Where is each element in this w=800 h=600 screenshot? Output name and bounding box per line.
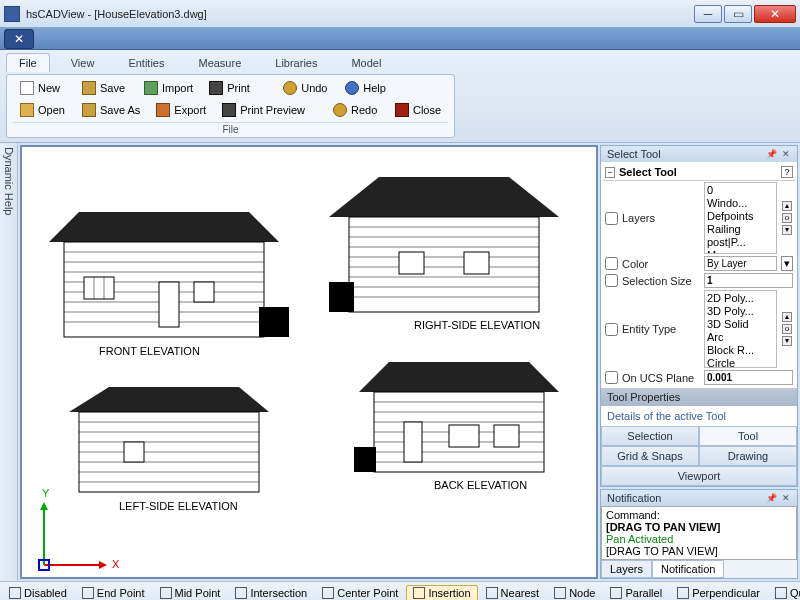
svg-rect-27: [399, 252, 424, 274]
layers-checkbox[interactable]: [605, 212, 618, 225]
ribbon-tab-view[interactable]: View: [58, 53, 108, 72]
onucs-value[interactable]: 0.001: [704, 370, 793, 385]
osnap-endpoint[interactable]: End Point: [75, 585, 152, 601]
import-button[interactable]: Import: [137, 78, 200, 98]
layers-label: Layers: [622, 212, 700, 224]
open-label: Open: [38, 104, 65, 116]
help-button[interactable]: Help: [338, 78, 398, 98]
ribbon-group-label: File: [13, 122, 448, 135]
window-title: hsCADView - [HouseElevation3.dwg]: [26, 8, 692, 20]
tab-notification[interactable]: Notification: [652, 560, 724, 578]
svg-text:Y: Y: [42, 487, 50, 499]
close-file-button[interactable]: Close: [388, 100, 448, 120]
redo-icon: [333, 103, 347, 117]
entity-scroll-down-icon[interactable]: ▾: [782, 336, 792, 346]
svg-marker-60: [40, 502, 48, 510]
osnap-intersection[interactable]: Intersection: [228, 585, 314, 601]
save-icon: [82, 81, 96, 95]
osnap-node[interactable]: Node: [547, 585, 602, 601]
ribbon-tabs: File View Entities Measure Libraries Mod…: [0, 50, 800, 72]
tab-layers[interactable]: Layers: [601, 560, 652, 578]
osnap-parallel[interactable]: Parallel: [603, 585, 669, 601]
osnap-disabled[interactable]: Disabled: [2, 585, 74, 601]
maximize-button[interactable]: ▭: [724, 5, 752, 23]
right-sidebar: Select Tool📌 ✕ − Select Tool ? Layers 0W…: [600, 143, 800, 581]
svg-marker-31: [69, 387, 269, 412]
selsize-value[interactable]: 1: [704, 273, 793, 288]
app-icon: [4, 6, 20, 22]
save-button[interactable]: Save: [75, 78, 135, 98]
tool-properties-header[interactable]: Tool Properties: [601, 388, 797, 406]
ribbon-tab-model[interactable]: Model: [338, 53, 394, 72]
new-button[interactable]: New: [13, 78, 73, 98]
tab-gridsnaps[interactable]: Grid & Snaps: [601, 446, 699, 466]
dynamic-help-tab[interactable]: Dynamic Help: [0, 143, 18, 581]
svg-rect-14: [194, 282, 214, 302]
app-menu-button[interactable]: ✕: [4, 29, 34, 49]
node-icon: [554, 587, 566, 599]
entity-label: Entity Type: [622, 323, 700, 335]
redo-button[interactable]: Redo: [326, 100, 386, 120]
scroll-up-icon[interactable]: ▴: [782, 201, 792, 211]
svg-text:X: X: [112, 558, 120, 570]
save-label: Save: [100, 82, 125, 94]
osnap-quadrant[interactable]: Quadrant: [768, 585, 800, 601]
drawing-canvas[interactable]: FRONT ELEVATION RIGHT-SIDE ELEVATION LEF…: [20, 145, 598, 579]
collapse-icon[interactable]: −: [605, 167, 615, 178]
saveas-label: Save As: [100, 104, 140, 116]
notification-pin-close-icon[interactable]: 📌 ✕: [766, 493, 791, 503]
scroll-down-icon[interactable]: ▾: [782, 225, 792, 235]
notification-header[interactable]: Notification📌 ✕: [601, 490, 797, 506]
ribbon-tab-file[interactable]: File: [6, 53, 50, 72]
select-tool-panel: Select Tool📌 ✕ − Select Tool ? Layers 0W…: [600, 145, 798, 487]
centerpoint-icon: [322, 587, 334, 599]
printpreview-label: Print Preview: [240, 104, 305, 116]
scroll-mid-icon[interactable]: o: [782, 213, 792, 223]
saveas-button[interactable]: Save As: [75, 100, 147, 120]
pin-close-icon[interactable]: 📌 ✕: [766, 149, 791, 159]
minimize-button[interactable]: ─: [694, 5, 722, 23]
export-icon: [156, 103, 170, 117]
ribbon-tab-libraries[interactable]: Libraries: [262, 53, 330, 72]
intersection-icon: [235, 587, 247, 599]
svg-rect-15: [259, 307, 289, 337]
entity-list[interactable]: 2D Poly...3D Poly...3D SolidArcBlock R..…: [704, 290, 777, 368]
svg-rect-54: [354, 447, 376, 472]
svg-rect-51: [404, 422, 422, 462]
help-icon[interactable]: ?: [781, 166, 793, 178]
osnap-insertion[interactable]: Insertion: [406, 585, 477, 601]
color-value[interactable]: By Layer: [704, 256, 777, 271]
color-dropdown-icon[interactable]: ▾: [781, 256, 793, 271]
entity-checkbox[interactable]: [605, 323, 618, 336]
osnap-centerpoint[interactable]: Center Point: [315, 585, 405, 601]
perpendicular-icon: [677, 587, 689, 599]
color-checkbox[interactable]: [605, 257, 618, 270]
svg-rect-18: [349, 217, 539, 312]
osnap-nearest[interactable]: Nearest: [479, 585, 547, 601]
print-button[interactable]: Print: [202, 78, 262, 98]
select-tool-header[interactable]: Select Tool📌 ✕: [601, 146, 797, 162]
onucs-checkbox[interactable]: [605, 371, 618, 384]
entity-scroll-mid-icon[interactable]: o: [782, 324, 792, 334]
svg-marker-57: [99, 561, 107, 569]
svg-rect-40: [124, 442, 144, 462]
tab-viewport[interactable]: Viewport: [601, 466, 797, 486]
export-button[interactable]: Export: [149, 100, 213, 120]
undo-button[interactable]: Undo: [276, 78, 336, 98]
print-icon: [209, 81, 223, 95]
import-label: Import: [162, 82, 193, 94]
osnap-perpendicular[interactable]: Perpendicular: [670, 585, 767, 601]
tab-tool[interactable]: Tool: [699, 426, 797, 446]
close-button[interactable]: ✕: [754, 5, 796, 23]
tab-drawing[interactable]: Drawing: [699, 446, 797, 466]
layers-list[interactable]: 0Windo...DefpointsRailingpost|P...Measur…: [704, 182, 777, 254]
tab-selection[interactable]: Selection: [601, 426, 699, 446]
printpreview-button[interactable]: Print Preview: [215, 100, 312, 120]
entity-scroll-up-icon[interactable]: ▴: [782, 312, 792, 322]
notification-log[interactable]: Command: [DRAG TO PAN VIEW] Pan Activate…: [601, 506, 797, 560]
ribbon-tab-entities[interactable]: Entities: [115, 53, 177, 72]
open-button[interactable]: Open: [13, 100, 73, 120]
selsize-checkbox[interactable]: [605, 274, 618, 287]
osnap-midpoint[interactable]: Mid Point: [153, 585, 228, 601]
ribbon-tab-measure[interactable]: Measure: [185, 53, 254, 72]
